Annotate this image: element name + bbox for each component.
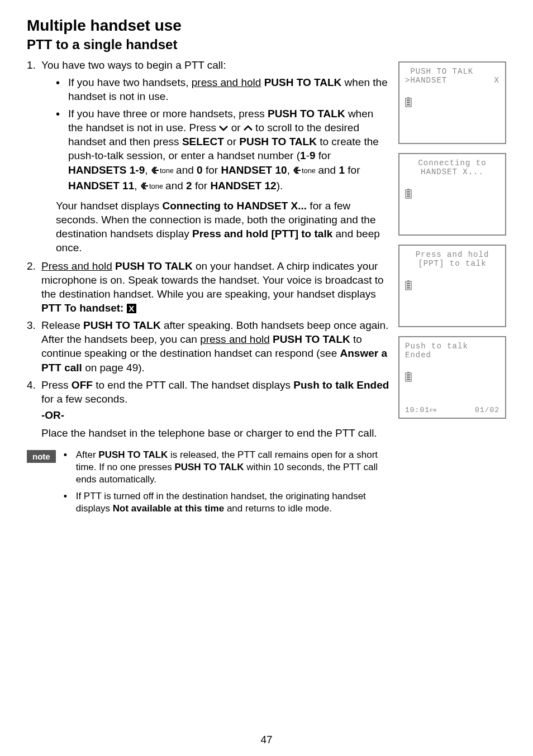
svg-rect-31	[407, 285, 410, 286]
step-4: Press OFF to end the PTT call. The hands…	[27, 378, 391, 406]
screen-time: 10:01	[405, 406, 430, 414]
screens-column: PUSH TO TALK >HANDSET X Connecting to HA…	[398, 58, 506, 519]
bold-text: HANDSET 11	[68, 180, 134, 192]
tone-icon: tone	[140, 180, 163, 194]
text: for	[316, 150, 331, 161]
svg-rect-20	[407, 99, 410, 101]
bold-text: Press and hold [PTT] to talk	[192, 228, 332, 240]
note-list: After PUSH TO TALK is released, the PTT …	[64, 449, 391, 519]
bold-text: HANDSET 12	[210, 180, 276, 192]
bold-text: 9	[310, 150, 316, 161]
text: and returns to idle mode.	[224, 503, 332, 514]
bold-text: Not available at this time	[113, 503, 224, 514]
text: to end the PTT call. The handset display…	[93, 379, 293, 391]
steps-list: You have two ways to begin a PTT call: I…	[27, 58, 391, 406]
note-item-2: If PTT is turned off in the destination …	[64, 490, 391, 515]
text: for	[192, 180, 211, 192]
battery-icon	[405, 372, 412, 382]
battery-icon	[405, 97, 412, 107]
underline-text: press and hold	[200, 333, 270, 345]
lcd-screen-2: Connecting to HANDSET X...	[398, 153, 506, 236]
svg-text:tone: tone	[160, 166, 173, 175]
note-item-1: After PUSH TO TALK is released, the PTT …	[64, 449, 391, 486]
screen-date: 01/02	[475, 406, 499, 414]
svg-rect-25	[407, 191, 410, 193]
step-2: Press and hold PUSH TO TALK on your hand…	[27, 259, 391, 315]
chevron-down-icon	[219, 121, 228, 133]
svg-rect-26	[407, 193, 410, 195]
text: or	[228, 122, 243, 133]
bold-text: PUSH TO TALK	[174, 462, 244, 472]
step1-bullet-2: If you have three or more handsets, pres…	[56, 107, 391, 194]
screen-line: >HANDSET	[405, 76, 447, 85]
note-block: note After PUSH TO TALK is released, the…	[27, 449, 391, 519]
step1-bullet-1: If you have two handsets, press and hold…	[56, 75, 391, 103]
svg-rect-27	[407, 195, 410, 197]
svg-rect-37	[407, 379, 410, 380]
bold-text: 1	[339, 164, 345, 176]
text: and	[315, 164, 339, 176]
lcd-screen-1: PUSH TO TALK >HANDSET X	[398, 61, 506, 144]
text: Release	[41, 319, 83, 331]
page-title: Multiple handset use	[27, 17, 506, 35]
screen-line: Push to talk	[405, 342, 499, 351]
chevron-up-icon	[244, 121, 253, 133]
bold-text: HANDSETS 1-9	[68, 164, 145, 176]
text: for a few seconds.	[41, 393, 127, 405]
step1-bullets: If you have two handsets, press and hold…	[56, 75, 391, 194]
bold-text: Push to talk Ended	[293, 379, 389, 391]
main-content: You have two ways to begin a PTT call: I…	[27, 58, 391, 519]
bold-text: PTT To handset:	[41, 302, 127, 314]
svg-text:tone: tone	[302, 166, 315, 175]
text: ,	[287, 164, 293, 176]
battery-icon	[405, 189, 412, 199]
screen-line: Connecting to	[405, 159, 499, 168]
bold-text: 2	[186, 180, 192, 192]
bold-text: 1	[300, 150, 306, 161]
step-1: You have two ways to begin a PTT call: I…	[27, 58, 391, 255]
screen-clock-row: 10:01PM 01/02	[405, 406, 499, 414]
bold-text: PUSH TO TALK	[83, 319, 161, 331]
screen-line: Press and hold	[405, 250, 499, 259]
step-3: Release PUSH TO TALK after speaking. Bot…	[27, 318, 391, 374]
text: ,	[134, 180, 140, 192]
step1-para2: Your handset displays Connecting to HAND…	[56, 199, 391, 255]
svg-rect-30	[407, 283, 410, 284]
bold-text: PUSH TO TALK	[115, 260, 193, 272]
or-paragraph: Place the handset in the telephone base …	[41, 426, 391, 440]
underline-text: Press and hold	[41, 260, 112, 272]
text: and	[173, 164, 197, 176]
screen-ampm: PM	[430, 408, 437, 414]
svg-rect-32	[407, 287, 410, 289]
svg-rect-36	[407, 376, 410, 378]
text: After	[76, 449, 99, 460]
bold-text: PUSH TO TALK	[273, 333, 350, 345]
tone-icon: tone	[151, 165, 173, 179]
text: ,	[145, 164, 151, 176]
lcd-screen-3: Press and hold [PPT] to talk	[398, 245, 506, 327]
svg-text:tone: tone	[149, 182, 163, 190]
screen-value: X	[494, 76, 499, 85]
page-number: 47	[0, 734, 533, 746]
text: or	[224, 136, 239, 147]
svg-rect-35	[407, 374, 410, 376]
text: If you have two handsets,	[68, 76, 192, 88]
text: on page 49).	[82, 362, 145, 374]
screen-line: Ended	[405, 351, 499, 360]
note-label: note	[27, 450, 56, 463]
text: for	[203, 164, 221, 176]
bold-text: HANDSET 10	[221, 164, 287, 176]
bold-text: PUSH TO TALK	[98, 449, 168, 460]
x-box-icon: X	[127, 304, 136, 313]
battery-icon	[405, 280, 412, 290]
svg-rect-22	[407, 104, 410, 106]
text: Press	[41, 379, 72, 391]
screen-line: [PPT] to talk	[405, 259, 499, 268]
or-label: -OR-	[41, 409, 391, 422]
bold-text: SELECT	[182, 136, 224, 147]
svg-rect-21	[407, 102, 410, 103]
text: If you have three or more handsets, pres…	[68, 108, 268, 119]
bold-text: PUSH TO TALK	[268, 108, 345, 119]
underline-text: press and hold	[192, 76, 261, 88]
screen-line: HANDSET X...	[405, 168, 499, 176]
